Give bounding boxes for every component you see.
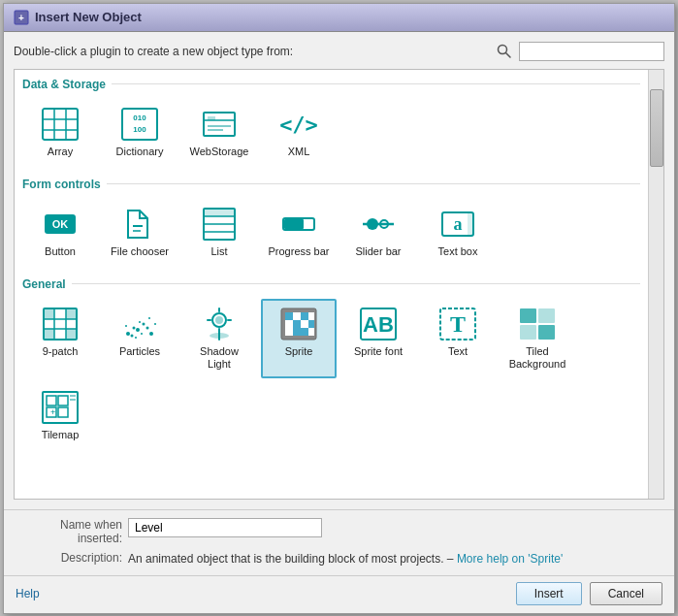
help-button[interactable]: Help (16, 587, 40, 600)
9patch-icon (41, 307, 80, 341)
svg-point-55 (149, 332, 153, 336)
item-file-chooser[interactable]: File chooser (102, 199, 178, 266)
item-array[interactable]: Array (22, 99, 98, 166)
dictionary-icon: 010 100 (120, 107, 159, 142)
svg-point-46 (139, 321, 141, 323)
item-xml[interactable]: </> XML (261, 99, 337, 166)
svg-rect-72 (308, 320, 314, 328)
array-icon (41, 107, 80, 142)
scrollbar-track[interactable] (648, 70, 663, 499)
item-button[interactable]: OK Button (22, 199, 98, 266)
svg-text:</>: </> (279, 113, 318, 137)
list-icon (200, 207, 239, 242)
item-shadow-light[interactable]: Shadow Light (181, 299, 257, 378)
item-sprite[interactable]: Sprite (261, 299, 337, 378)
progress-bar-label: Progress bar (269, 245, 330, 258)
item-dictionary[interactable]: 010 100 Dictionary (102, 99, 178, 166)
cancel-button[interactable]: Cancel (590, 582, 662, 605)
svg-point-30 (367, 218, 378, 230)
general-grid: 9-patch (22, 299, 640, 450)
help-link-sprite[interactable]: More help on 'Sprite' (457, 552, 563, 566)
text-label: Text (448, 345, 468, 358)
svg-rect-14 (208, 116, 215, 120)
svg-rect-70 (301, 320, 308, 328)
dictionary-label: Dictionary (116, 146, 164, 158)
plugin-scroll[interactable]: Data & Storage (15, 70, 648, 499)
item-tiled-background[interactable]: Tiled Background (500, 299, 575, 378)
description-label: Description: (16, 551, 122, 565)
data-storage-grid: Array 010 100 Dictionary (22, 99, 640, 166)
sprite-font-icon: AB (359, 307, 398, 341)
action-buttons: Insert Cancel (516, 582, 662, 605)
svg-rect-65 (285, 312, 293, 320)
item-webstorage[interactable]: WebStorage (181, 99, 257, 166)
svg-rect-40 (44, 308, 54, 319)
file-chooser-label: File chooser (111, 245, 169, 258)
name-label: Name when inserted: (16, 518, 122, 545)
section-header-form-controls: Form controls (22, 178, 640, 191)
item-slider-bar[interactable]: Slider bar (340, 199, 416, 266)
item-sprite-font[interactable]: AB Sprite font (340, 299, 416, 378)
tiled-background-icon (518, 307, 557, 341)
svg-point-52 (146, 326, 149, 329)
svg-rect-26 (204, 209, 235, 216)
svg-text:T: T (450, 311, 466, 337)
svg-point-45 (133, 326, 136, 329)
dialog-icon: + (14, 10, 29, 25)
svg-rect-41 (66, 308, 77, 319)
svg-line-3 (506, 52, 511, 57)
item-list[interactable]: List (181, 199, 257, 266)
scrollbar-thumb[interactable] (650, 89, 663, 167)
form-controls-grid: OK Button (22, 199, 640, 266)
svg-rect-71 (308, 312, 314, 320)
item-particles[interactable]: Particles (102, 299, 178, 378)
section-header-general: General (22, 277, 640, 291)
item-9patch[interactable]: 9-patch (22, 299, 98, 378)
section-form-controls: Form controls OK Button (22, 178, 640, 266)
webstorage-icon (200, 107, 239, 142)
tiled-background-label: Tiled Background (505, 345, 569, 371)
svg-rect-73 (285, 328, 293, 336)
slider-bar-label: Slider bar (355, 245, 401, 258)
svg-point-54 (125, 325, 127, 327)
search-input[interactable] (519, 42, 664, 61)
tilemap-icon: + (41, 390, 80, 425)
webstorage-label: WebStorage (190, 146, 249, 158)
svg-point-48 (136, 328, 140, 332)
description-text: An animated object that is the building … (128, 551, 662, 567)
svg-rect-34 (468, 212, 473, 236)
insert-button[interactable]: Insert (516, 582, 582, 605)
item-text[interactable]: T Text (420, 299, 496, 378)
section-header-data-storage: Data & Storage (22, 78, 640, 91)
svg-rect-76 (308, 328, 314, 336)
sprite-font-label: Sprite font (354, 345, 403, 358)
item-progress-bar[interactable]: Progress bar (261, 199, 337, 266)
svg-point-44 (126, 332, 130, 336)
svg-point-51 (141, 333, 143, 335)
item-tilemap[interactable]: + Tilemap (22, 382, 98, 449)
svg-text:+: + (18, 13, 24, 23)
instruction-text: Double-click a plugin to create a new ob… (14, 45, 490, 58)
text-box-icon: a (438, 207, 477, 242)
svg-rect-69 (301, 312, 308, 320)
svg-point-56 (154, 323, 156, 325)
svg-text:a: a (454, 214, 463, 234)
item-text-box[interactable]: a Text box (420, 199, 496, 266)
svg-rect-74 (293, 328, 301, 336)
svg-rect-43 (66, 329, 77, 340)
svg-rect-89 (58, 407, 68, 417)
particles-label: Particles (119, 345, 160, 358)
name-input[interactable] (128, 518, 322, 537)
description-row: Description: An animated object that is … (16, 551, 662, 567)
svg-rect-42 (44, 329, 54, 340)
shadow-light-icon (200, 307, 239, 341)
shadow-light-label: Shadow Light (187, 345, 251, 371)
tilemap-label: Tilemap (42, 429, 80, 441)
svg-point-47 (131, 334, 134, 337)
svg-point-63 (210, 333, 229, 339)
svg-point-49 (143, 322, 145, 325)
footer-section: Name when inserted: Description: An anim… (4, 509, 674, 575)
svg-rect-83 (520, 325, 536, 340)
array-label: Array (48, 146, 73, 158)
dialog-title: Insert New Object (35, 10, 142, 24)
